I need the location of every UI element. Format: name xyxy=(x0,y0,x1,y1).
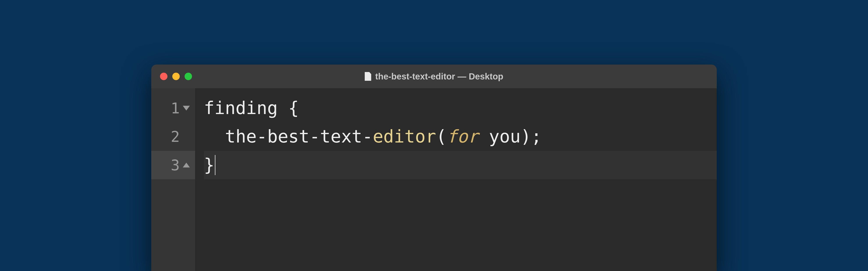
code-text: you); xyxy=(478,122,541,151)
editor-window: the-best-text-editor — Desktop 1 2 3 fin… xyxy=(151,65,717,271)
window-title: the-best-text-editor — Desktop xyxy=(365,72,503,81)
title-folder: Desktop xyxy=(469,72,503,81)
code-area[interactable]: finding { the-best-text-editor(for you);… xyxy=(195,88,717,271)
file-icon xyxy=(365,72,371,81)
code-text: the-best-text- xyxy=(204,122,373,151)
title-separator: — xyxy=(455,72,469,81)
fold-open-icon[interactable] xyxy=(183,106,190,110)
code-text: finding { xyxy=(204,94,299,122)
title-filename: the-best-text-editor xyxy=(375,72,455,81)
line-number: 3 xyxy=(171,157,180,174)
gutter[interactable]: 1 2 3 xyxy=(151,88,195,271)
text-cursor xyxy=(215,155,215,175)
code-line-3[interactable]: } xyxy=(204,151,717,179)
gutter-line-3[interactable]: 3 xyxy=(151,151,195,179)
editor-area[interactable]: 1 2 3 finding { the-best-text-editor(for… xyxy=(151,88,717,271)
gutter-line-2[interactable]: 2 xyxy=(151,122,195,151)
code-text: ( xyxy=(436,122,447,151)
gutter-line-1[interactable]: 1 xyxy=(151,94,195,122)
close-button[interactable] xyxy=(160,73,167,80)
titlebar[interactable]: the-best-text-editor — Desktop xyxy=(151,65,717,88)
code-line-2[interactable]: the-best-text-editor(for you); xyxy=(204,122,717,151)
code-token-function: editor xyxy=(373,122,436,151)
line-number: 2 xyxy=(171,128,180,145)
code-token-keyword: for xyxy=(447,122,478,151)
minimize-button[interactable] xyxy=(172,73,180,80)
line-number: 1 xyxy=(171,100,180,117)
traffic-lights xyxy=(160,73,192,80)
fold-close-icon[interactable] xyxy=(183,163,190,167)
code-text: } xyxy=(204,151,214,179)
code-line-1[interactable]: finding { xyxy=(204,94,717,122)
zoom-button[interactable] xyxy=(185,73,192,80)
